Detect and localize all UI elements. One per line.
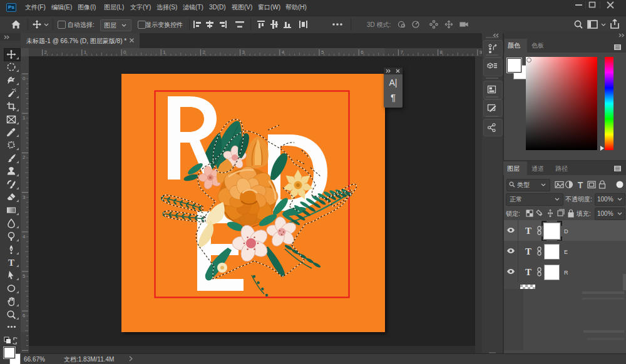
svg-text:T: T [525,226,531,236]
svg-text:¶: ¶ [391,92,396,103]
svg-text:T: T [525,246,531,256]
svg-text:5: 5 [23,273,26,279]
svg-text:1: 1 [163,49,166,55]
svg-text:4: 4 [23,234,26,240]
svg-text:6: 6 [23,313,26,318]
svg-text:8: 8 [440,49,443,55]
svg-text:A|: A| [389,78,398,88]
svg-text:T: T [525,267,531,277]
svg-text:T: T [578,180,583,190]
svg-text:0: 0 [23,76,26,81]
svg-text:7: 7 [400,49,403,55]
svg-text:2: 2 [202,49,205,55]
svg-text:6: 6 [361,49,364,55]
svg-text:4: 4 [282,49,285,55]
svg-text:2: 2 [44,49,48,55]
svg-text:1: 1 [23,115,26,121]
svg-text:1: 1 [84,49,87,55]
svg-text:2: 2 [23,154,26,160]
svg-text:T: T [8,258,14,268]
svg-text:3: 3 [23,195,26,200]
svg-text:3: 3 [242,49,245,55]
svg-text:5: 5 [321,49,324,55]
svg-text:0: 0 [123,49,126,55]
